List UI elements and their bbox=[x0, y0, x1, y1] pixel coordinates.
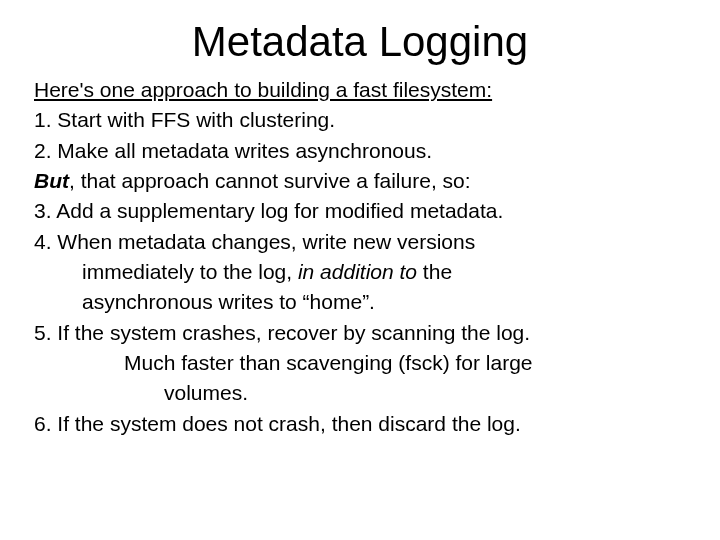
li4b-post: the bbox=[417, 260, 452, 283]
list-item-cont: immediately to the log, in addition to t… bbox=[34, 258, 686, 286]
but-word: But bbox=[34, 169, 69, 192]
subnote: Much faster than scavenging (fsck) for l… bbox=[34, 349, 686, 377]
slide: Metadata Logging Here's one approach to … bbox=[0, 0, 720, 540]
list-item: 2. Make all metadata writes asynchronous… bbox=[34, 137, 686, 165]
but-rest: , that approach cannot survive a failure… bbox=[69, 169, 471, 192]
list-item: 5. If the system crashes, recover by sca… bbox=[34, 319, 686, 347]
li4b-pre: immediately to the log, bbox=[82, 260, 298, 283]
but-line: But, that approach cannot survive a fail… bbox=[34, 167, 686, 195]
list-item: 4. When metadata changes, write new vers… bbox=[34, 228, 686, 256]
list-item: 6. If the system does not crash, then di… bbox=[34, 410, 686, 438]
slide-body: Here's one approach to building a fast f… bbox=[34, 76, 686, 438]
li4b-em: in addition to bbox=[298, 260, 417, 283]
list-item: 3. Add a supplementary log for modified … bbox=[34, 197, 686, 225]
lead-line: Here's one approach to building a fast f… bbox=[34, 76, 686, 104]
subnote: volumes. bbox=[34, 379, 686, 407]
list-item: 1. Start with FFS with clustering. bbox=[34, 106, 686, 134]
slide-title: Metadata Logging bbox=[34, 18, 686, 66]
list-item-cont: asynchronous writes to “home”. bbox=[34, 288, 686, 316]
